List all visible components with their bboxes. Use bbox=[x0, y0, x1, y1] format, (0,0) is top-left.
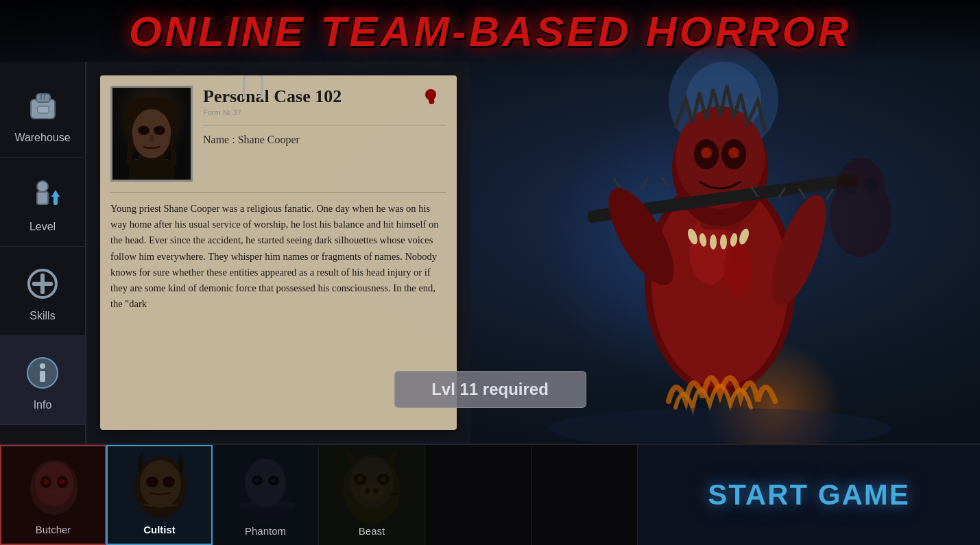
svg-point-12 bbox=[728, 147, 739, 158]
case-body-divider bbox=[110, 192, 446, 193]
svg-point-76 bbox=[255, 479, 259, 483]
svg-point-11 bbox=[701, 147, 712, 158]
case-title-block: Personal Case 102 Form № 37 Name : Shane… bbox=[203, 86, 446, 146]
header: ONLINE TEAM-BASED HORROR bbox=[0, 0, 980, 62]
sidebar-item-info[interactable]: Info bbox=[0, 336, 85, 425]
character-portrait bbox=[110, 86, 193, 182]
svg-point-37 bbox=[37, 181, 48, 192]
svg-point-49 bbox=[132, 109, 171, 158]
svg-point-87 bbox=[381, 476, 386, 482]
svg-point-69 bbox=[150, 479, 155, 485]
svg-point-30 bbox=[837, 158, 885, 219]
svg-rect-43 bbox=[32, 282, 53, 286]
skills-icon bbox=[22, 263, 63, 304]
backpack-icon bbox=[22, 85, 63, 126]
svg-rect-56 bbox=[129, 160, 175, 180]
case-header: Personal Case 102 Form № 37 Name : Shane… bbox=[110, 86, 446, 182]
char-slot-empty-1[interactable] bbox=[425, 445, 531, 545]
start-game-label: START GAME bbox=[708, 479, 910, 511]
char-cultist-label: Cultist bbox=[143, 524, 176, 535]
svg-line-15 bbox=[641, 178, 648, 189]
level-required-badge: Lvl 11 required bbox=[394, 371, 586, 408]
level-badge-text: Lvl 11 required bbox=[431, 380, 549, 398]
char-slot-cultist[interactable]: Cultist bbox=[106, 445, 213, 545]
svg-rect-90 bbox=[425, 445, 531, 545]
svg-rect-91 bbox=[531, 445, 638, 545]
character-bar: Butcher Cultist bbox=[0, 444, 980, 545]
sidebar-item-warehouse[interactable]: Warehouse bbox=[0, 69, 85, 158]
char-slot-butcher[interactable]: Butcher bbox=[0, 445, 106, 545]
char-butcher-label: Butcher bbox=[36, 524, 71, 535]
case-name: Name : Shane Cooper bbox=[203, 134, 446, 146]
svg-point-33 bbox=[549, 408, 892, 442]
char-beast-label: Beast bbox=[359, 525, 385, 537]
svg-rect-36 bbox=[38, 106, 49, 113]
level-up-icon bbox=[22, 174, 63, 215]
svg-point-70 bbox=[166, 479, 171, 485]
sidebar-warehouse-label: Warehouse bbox=[14, 132, 70, 144]
char-slot-beast[interactable]: Beast bbox=[319, 445, 425, 545]
empty-slot-2-bg bbox=[531, 445, 637, 545]
svg-point-83 bbox=[373, 488, 379, 494]
blood-splatter bbox=[425, 89, 436, 100]
case-body-text: Young priest Shane Cooper was a religiou… bbox=[110, 201, 446, 312]
svg-point-73 bbox=[245, 459, 286, 507]
sidebar-info-label: Info bbox=[34, 399, 52, 411]
svg-point-82 bbox=[365, 488, 370, 494]
sidebar-item-level[interactable]: Level bbox=[0, 158, 85, 247]
case-title: Personal Case 102 bbox=[203, 86, 446, 107]
svg-point-25 bbox=[710, 234, 717, 250]
paperclip-decoration bbox=[243, 75, 263, 99]
svg-line-14 bbox=[614, 178, 621, 189]
sidebar-item-skills[interactable]: Skills bbox=[0, 247, 85, 336]
svg-point-45 bbox=[40, 363, 45, 369]
sidebar-skills-label: Skills bbox=[29, 310, 55, 322]
svg-point-5 bbox=[724, 243, 751, 298]
svg-point-81 bbox=[359, 483, 384, 500]
char-slot-phantom[interactable]: Phantom bbox=[213, 445, 319, 545]
char-slot-empty-2[interactable] bbox=[531, 445, 638, 545]
svg-point-54 bbox=[143, 129, 146, 132]
sidebar-level-label: Level bbox=[29, 221, 56, 233]
svg-line-16 bbox=[662, 177, 669, 187]
svg-line-20 bbox=[826, 189, 833, 199]
svg-point-32 bbox=[864, 177, 878, 193]
svg-point-31 bbox=[844, 177, 857, 193]
empty-slot-1-bg bbox=[425, 445, 531, 545]
svg-rect-35 bbox=[36, 94, 50, 102]
char-phantom-label: Phantom bbox=[245, 525, 286, 537]
svg-point-55 bbox=[158, 129, 161, 132]
case-divider bbox=[203, 125, 446, 125]
svg-rect-46 bbox=[40, 371, 45, 382]
svg-point-26 bbox=[720, 234, 727, 250]
svg-point-62 bbox=[43, 479, 49, 485]
svg-point-59 bbox=[35, 462, 73, 506]
start-game-button[interactable]: START GAME bbox=[638, 445, 980, 545]
game-title: ONLINE TEAM-BASED HORROR bbox=[129, 7, 852, 56]
svg-point-86 bbox=[357, 476, 363, 482]
svg-point-66 bbox=[140, 460, 181, 508]
svg-rect-40 bbox=[53, 195, 58, 205]
svg-point-63 bbox=[60, 479, 65, 485]
info-icon bbox=[22, 352, 63, 393]
svg-rect-38 bbox=[37, 192, 48, 204]
svg-point-77 bbox=[272, 479, 276, 483]
sidebar: Warehouse Level Skills bbox=[0, 62, 86, 444]
form-number: Form № 37 bbox=[203, 108, 446, 117]
